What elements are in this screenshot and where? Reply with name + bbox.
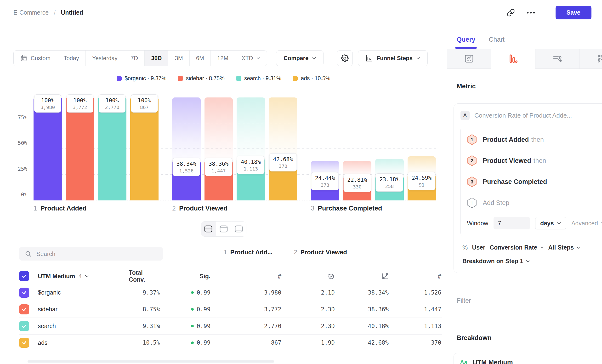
breakdown-on-step-select[interactable]: Breakdown on Step 1 <box>461 258 602 265</box>
bar-ghost <box>172 97 201 161</box>
date-range-6m[interactable]: 6M <box>189 51 211 66</box>
layout-table-only-button[interactable] <box>231 222 246 236</box>
window-unit-select[interactable]: days <box>535 217 566 229</box>
date-range-30d[interactable]: 30D <box>144 51 168 66</box>
measure-scope-select[interactable]: All Steps <box>548 244 581 251</box>
date-range-7d[interactable]: 7D <box>124 51 145 66</box>
funnel-steps-card: 1Product Addedthen2Product Viewedthen3Pu… <box>461 127 602 236</box>
breadcrumb-project[interactable]: E-Commerce <box>13 9 49 16</box>
y-tick: 0% <box>11 192 27 198</box>
breakdown-on-step-label: Breakdown on Step 1 <box>462 258 523 265</box>
layout-chart-only-button[interactable] <box>216 222 231 236</box>
breakdown-property-card[interactable]: Aa UTM Medium <box>453 353 602 364</box>
funnel-bar-organic-step1[interactable]: 100%3,980 <box>33 97 62 200</box>
compare-button[interactable]: Compare <box>276 50 323 66</box>
panel-split-divider <box>0 221 447 237</box>
tab-flows[interactable] <box>536 49 580 69</box>
bar-pct-label: 100% <box>102 97 122 104</box>
row-checkbox[interactable] <box>19 304 29 314</box>
sig-column-header[interactable]: Sig. <box>162 268 217 284</box>
table-row-ads[interactable]: ads10.5%0.998671.9D42.68%370 <box>19 334 442 351</box>
table-row-sidebar[interactable]: sidebar8.75%0.993,7722.3D38.36%1,447 <box>19 301 442 318</box>
legend-item-search[interactable]: search · 9.31% <box>236 75 281 82</box>
funnel-bar-ads-step3[interactable]: 24.59%91 <box>408 97 436 200</box>
chevron-down-icon <box>526 260 530 262</box>
metric-section-heading: Metric <box>457 83 602 90</box>
row-name: sidebar <box>33 301 129 318</box>
table-row-organic[interactable]: $organic9.37%0.993,9802.1D38.34%1,526 <box>19 284 442 301</box>
search-icon <box>25 250 32 257</box>
time-to-convert-column-header[interactable] <box>287 268 335 284</box>
row-significance: 0.99 <box>162 301 217 318</box>
legend-label: search · 9.31% <box>244 75 281 82</box>
layout-split-button[interactable] <box>201 222 216 236</box>
chevron-down-icon <box>416 57 420 59</box>
tab-query[interactable]: Query <box>457 36 475 49</box>
step-axis-label-1: 1Product Added <box>33 205 159 212</box>
date-range-custom[interactable]: Custom <box>14 51 57 66</box>
chevron-down-icon <box>85 275 89 277</box>
step-name: Product Viewed <box>300 249 347 256</box>
funnel-bar-search-step3[interactable]: 23.18%258 <box>375 97 404 200</box>
row-checkbox-cell <box>19 318 33 334</box>
legend-item-organic[interactable]: $organic · 9.37% <box>117 75 166 82</box>
tab-insights[interactable] <box>447 49 491 69</box>
tab-cohorts[interactable] <box>580 49 602 69</box>
horizontal-scrollbar[interactable] <box>28 360 274 363</box>
time-to-convert-icon <box>328 273 335 280</box>
funnel-step-row-1[interactable]: 1Product Addedthen <box>467 134 602 145</box>
row-checkbox[interactable] <box>19 321 29 331</box>
add-step-button[interactable]: + Add Step <box>467 197 602 208</box>
breakdown-header-label: UTM Medium <box>38 273 75 280</box>
chart-settings-button[interactable] <box>337 50 353 66</box>
legend-item-sidebar[interactable]: sidebar · 8.75% <box>178 75 225 82</box>
select-all-checkbox[interactable] <box>19 271 29 281</box>
funnel-bar-sidebar-step2[interactable]: 38.36%1,447 <box>204 97 233 200</box>
funnel-bar-search-step2[interactable]: 40.18%1,113 <box>236 97 265 200</box>
save-button[interactable]: Save <box>556 6 591 19</box>
date-range-12m[interactable]: 12M <box>211 51 235 66</box>
total-conv-column-header[interactable]: Total Conv. <box>129 268 162 284</box>
date-range-today[interactable]: Today <box>57 51 86 66</box>
date-range-yesterday[interactable]: Yesterday <box>86 51 124 66</box>
step-number: 3 <box>471 179 473 185</box>
tab-funnels[interactable] <box>491 49 535 69</box>
funnel-bar-ads-step1[interactable]: 100%867 <box>130 97 159 200</box>
funnel-bar-search-step1[interactable]: 100%2,770 <box>98 97 126 200</box>
measure-entity[interactable]: User <box>472 244 485 251</box>
date-range-3m[interactable]: 3M <box>168 51 189 66</box>
chart-type-button[interactable]: Funnel Steps <box>358 50 428 66</box>
row-checkbox[interactable] <box>19 338 29 348</box>
add-step-icon: + <box>467 197 477 208</box>
funnel-bar-ads-step2[interactable]: 42.68%370 <box>269 97 297 200</box>
advanced-toggle[interactable]: Advanced <box>571 220 602 227</box>
date-range-xtd[interactable]: XTD <box>235 51 267 66</box>
funnel-step-row-2[interactable]: 2Product Viewedthen <box>467 155 602 166</box>
table-row-search[interactable]: search9.31%0.992,7702.3D40.18%1,113 <box>19 318 442 334</box>
copy-link-button[interactable] <box>505 7 516 18</box>
funnel-step-row-3[interactable]: 3Purchase Completed <box>467 176 602 187</box>
step-event-name: Product Viewed <box>483 157 531 164</box>
breakdown-column-header[interactable]: UTM Medium 4 <box>33 268 129 284</box>
breadcrumb-report-title[interactable]: Untitled <box>61 9 83 16</box>
funnel-bar-organic-step2[interactable]: 38.34%1,526 <box>172 97 201 200</box>
filter-section-heading: Filter <box>457 297 471 304</box>
tab-chart[interactable]: Chart <box>489 36 505 49</box>
conversion-rate-column-header[interactable] <box>335 268 389 284</box>
more-menu-button[interactable] <box>526 7 536 18</box>
funnel-bar-sidebar-step3[interactable]: 22.81%330 <box>343 97 372 200</box>
added-count-column-header[interactable]: # <box>217 268 287 284</box>
legend-item-ads[interactable]: ads · 10.5% <box>293 75 330 82</box>
compare-label: Compare <box>283 55 308 62</box>
viewed-count-column-header[interactable]: # <box>389 268 442 284</box>
measure-type-select[interactable]: Conversion Rate <box>490 244 544 251</box>
funnel-bar-organic-step3[interactable]: 24.44%373 <box>311 97 339 200</box>
bar-pct-label: 100% <box>135 97 154 104</box>
row-checkbox[interactable] <box>19 288 29 298</box>
search-input[interactable]: Search <box>19 247 163 261</box>
funnel-bar-sidebar-step1[interactable]: 100%3,772 <box>66 97 94 200</box>
report-canvas: CustomTodayYesterday7D30D3M6M12MXTD Comp… <box>0 25 447 364</box>
metric-header[interactable]: A Conversion Rate of Product Adde... <box>461 111 602 120</box>
step-then-suffix: then <box>534 157 546 164</box>
window-value-input[interactable]: 7 <box>494 217 530 229</box>
